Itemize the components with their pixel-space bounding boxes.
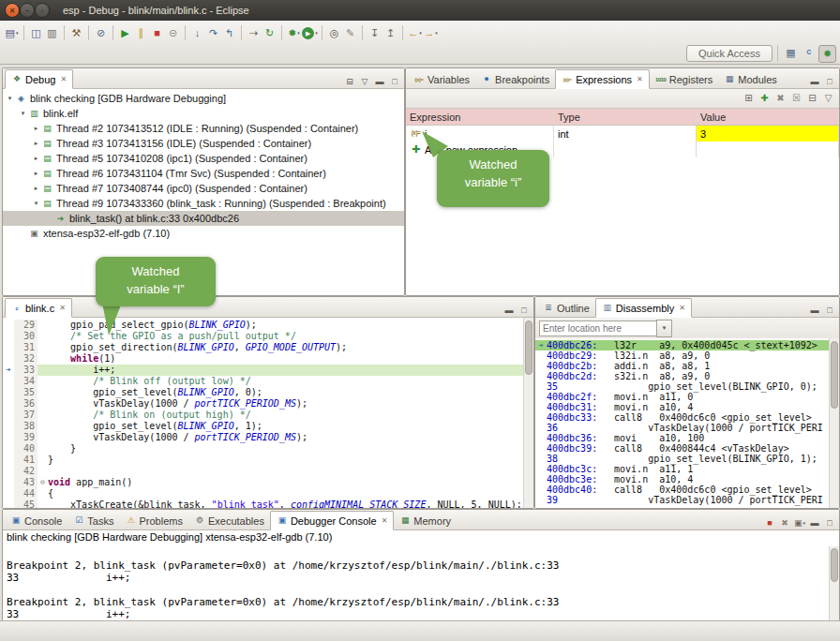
code-line[interactable]: 38 gpio_set_level(BLINK_GPIO, 1); <box>3 421 533 432</box>
remove-all-expressions-icon[interactable]: ☒ <box>789 92 803 106</box>
editor-scrollbar[interactable] <box>523 318 533 508</box>
code-line[interactable]: 31 gpio_set_direction(BLINK_GPIO, GPIO_M… <box>3 342 533 353</box>
debug-tree-item[interactable]: ▾▥blink.elf <box>3 106 404 121</box>
code-line[interactable]: 39 vTaskDelay(1000 / portTICK_PERIOD_MS)… <box>3 432 533 443</box>
location-input[interactable] <box>539 320 656 336</box>
tab-memory[interactable]: ▦Memory <box>394 512 457 529</box>
show-type-names-icon[interactable]: ⊞ <box>742 92 756 106</box>
tab-debug[interactable]: ❖Debug✕ <box>5 69 73 89</box>
debug-tree-item[interactable]: ▸▤Thread #5 1073410208 (ipc1) (Suspended… <box>3 151 404 166</box>
skip-breakpoints-icon[interactable]: ⊘ <box>93 25 109 41</box>
tab-expressions[interactable]: (x)=Expressions✕ <box>555 69 650 89</box>
step-return-icon[interactable]: ↰ <box>221 25 237 41</box>
disassembly-line[interactable]: ➜400dbc26: l32r a9, 0x400d045c <_stext+1… <box>535 340 839 350</box>
view-menu-icon[interactable]: ▽ <box>358 75 371 88</box>
column-header-type[interactable]: Type <box>554 109 697 125</box>
close-icon[interactable]: ✕ <box>59 304 66 312</box>
code-line[interactable]: 30 /* Set the GPIO as a push/pull output… <box>3 331 533 342</box>
disassembly-line[interactable]: 39 vTaskDelay(1000 / portTICK_PERI <box>535 495 839 505</box>
location-dropdown-icon[interactable]: ▼ <box>656 320 672 337</box>
step-into-icon[interactable]: ↓ <box>189 25 205 41</box>
code-line[interactable]: 35 gpio_set_level(BLINK_GPIO, 0); <box>3 387 533 398</box>
debug-tree-item[interactable]: ▸▤Thread #6 1073431104 (Tmr Svc) (Suspen… <box>3 166 404 181</box>
disassembly-line[interactable]: 35 gpio_set_level(BLINK_GPIO, 0); <box>535 381 839 392</box>
expander-icon[interactable]: ▾ <box>5 95 15 102</box>
console-scrollbar[interactable] <box>829 546 839 620</box>
maximize-icon[interactable]: □ <box>518 304 531 317</box>
expander-icon[interactable]: ▾ <box>31 200 41 207</box>
next-annotation-icon[interactable]: ↧ <box>367 25 382 41</box>
debug-icon[interactable]: ✹▾ <box>286 25 302 41</box>
debug-tree[interactable]: ▾◈blink checking [GDB Hardware Debugging… <box>3 89 404 241</box>
disassembly-line[interactable]: 36 vTaskDelay(1000 / portTICK_PERI <box>535 423 839 433</box>
maximize-icon[interactable]: □ <box>823 304 836 317</box>
step-over-icon[interactable]: ↷ <box>205 25 221 41</box>
collapse-all-icon[interactable]: ⊟ <box>343 75 356 88</box>
tab-breakpoints[interactable]: ●Breakpoints <box>475 70 555 88</box>
debug-tree-item[interactable]: ▾◈blink checking [GDB Hardware Debugging… <box>3 91 404 106</box>
remove-expression-icon[interactable]: ✖ <box>773 92 788 106</box>
forward-icon[interactable]: →▾ <box>423 25 439 41</box>
tab-console[interactable]: ▣Console <box>5 512 68 529</box>
disassembly-line[interactable]: 400dbc39: call8 0x400844c4 <vTaskDelay> <box>535 443 839 454</box>
debug-tree-item[interactable]: ▣xtensa-esp32-elf-gdb (7.10) <box>3 226 404 241</box>
expander-icon[interactable]: ▸ <box>31 185 41 192</box>
disassembly-line[interactable]: 400dbc2f: movi.n a11, 0 <box>535 392 839 402</box>
maximize-icon[interactable]: □ <box>388 75 401 88</box>
instruction-pointer-icon[interactable]: ➜ <box>3 365 14 376</box>
disassembly-line[interactable]: 400dbc33: call8 0x400dc6c0 <gpio_set_lev… <box>535 412 839 423</box>
close-button[interactable]: ✕ <box>5 3 20 18</box>
disassembly-line[interactable]: 400dbc3c: movi.n a11, 1 <box>535 464 839 474</box>
instruction-stepping-icon[interactable]: ⇢ <box>246 25 262 41</box>
disassembly-line[interactable]: 400dbc40: call8 0x400dc6c0 <gpio_set_lev… <box>535 484 839 495</box>
print-icon[interactable]: ▥ <box>44 25 60 41</box>
disassembly-line[interactable]: 400dbc2b: addi.n a8, a8, 1 <box>535 361 839 371</box>
expander-icon[interactable]: ▸ <box>31 155 41 162</box>
open-console-icon[interactable]: ▣▾ <box>793 516 806 529</box>
terminate-icon[interactable]: ■ <box>763 516 776 529</box>
disassembly-scrollbar-thumb[interactable] <box>831 341 838 409</box>
code-line[interactable]: 34 /* Blink off (output low) */ <box>3 376 533 387</box>
disassembly-line[interactable]: 400dbc2d: s32i.n a8, a9, 0 <box>535 371 839 381</box>
disassembly-scrollbar[interactable] <box>829 338 839 508</box>
new-wizard-icon[interactable]: ▤▾ <box>4 25 20 41</box>
build-icon[interactable]: ⚒ <box>68 25 84 41</box>
disassembly-body[interactable]: ➜400dbc26: l32r a9, 0x400d045c <_stext+1… <box>535 338 839 508</box>
tab-problems[interactable]: ⚠Problems <box>119 512 188 529</box>
run-icon[interactable]: ▶▾ <box>302 25 318 41</box>
tab-modules[interactable]: ▦Modules <box>718 70 783 88</box>
view-menu-icon[interactable]: ▽ <box>821 92 835 106</box>
tab-blink-c[interactable]: cblink.c✕ <box>5 298 72 318</box>
expander-icon[interactable]: ▸ <box>31 125 41 132</box>
minimize-icon[interactable]: ▬ <box>502 304 516 317</box>
code-line[interactable]: 36 vTaskDelay(1000 / portTICK_PERIOD_MS)… <box>3 398 533 410</box>
debug-tree-item[interactable]: ▸▤Thread #2 1073413512 (IDLE : Running) … <box>3 121 404 136</box>
code-line[interactable]: 32 while(1) <box>3 353 533 365</box>
add-expression-icon[interactable]: ✚ <box>758 92 772 106</box>
disassembly-line[interactable]: 38 gpio_set_level(BLINK_GPIO, 1); <box>535 454 839 464</box>
code-editor[interactable]: 29 gpio_pad_select_gpio(BLINK_GPIO);30 /… <box>3 318 533 508</box>
previous-annotation-icon[interactable]: ↥ <box>382 25 398 41</box>
debug-tree-item[interactable]: ➜blink_task() at blink.c:33 0x400dbc26 <box>3 211 404 226</box>
code-line[interactable]: 37 /* Blink on (output high) */ <box>3 410 533 421</box>
back-icon[interactable]: ←▾ <box>407 25 423 41</box>
expression-row[interactable]: (x)=iint3 <box>406 126 839 142</box>
expander-icon[interactable]: ▸ <box>31 140 41 147</box>
tab-disassembly[interactable]: ▥Disassembly✕ <box>595 298 692 318</box>
console-output[interactable]: Breakpoint 2, blink_task (pvParameter=0x… <box>3 546 830 620</box>
expander-icon[interactable]: ▾ <box>18 110 28 117</box>
debug-perspective-icon[interactable]: ✹ <box>818 45 836 63</box>
code-line[interactable]: 42 <box>3 466 533 477</box>
resume-icon[interactable]: ▶ <box>117 25 133 41</box>
code-line[interactable]: 43⊖void app_main() <box>3 477 533 488</box>
editor-scrollbar-thumb[interactable] <box>525 320 532 375</box>
tab-registers[interactable]: 1010Registers <box>650 70 718 88</box>
debug-tree-item[interactable]: ▸▤Thread #3 1073413156 (IDLE) (Suspended… <box>3 136 404 151</box>
tab-executables[interactable]: ⚙Executables <box>188 512 270 529</box>
maximize-button[interactable]: ▫ <box>35 3 50 18</box>
debug-tree-item[interactable]: ▸▤Thread #7 1073408744 (ipc0) (Suspended… <box>3 181 404 196</box>
maximize-icon[interactable]: □ <box>823 516 836 529</box>
close-icon[interactable]: ✕ <box>637 75 643 83</box>
close-icon[interactable]: ✕ <box>382 516 388 525</box>
minimize-icon[interactable]: ▬ <box>808 516 821 529</box>
